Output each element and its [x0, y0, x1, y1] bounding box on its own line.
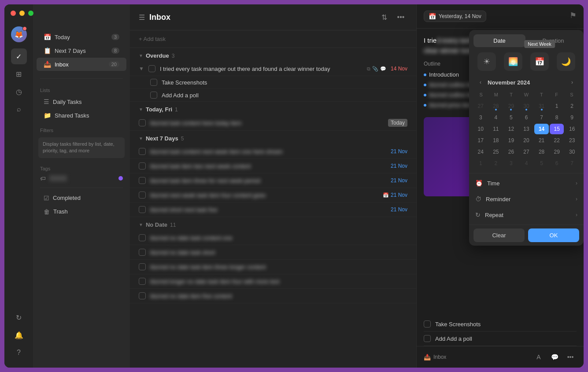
- cal-day[interactable]: 29: [504, 101, 518, 111]
- table-row[interactable]: blurred no date task content one: [130, 231, 416, 245]
- sidebar-item-inbox[interactable]: 📥 Inbox 20: [37, 58, 126, 71]
- task-checkbox-n1[interactable]: [139, 148, 146, 155]
- font-button[interactable]: A: [533, 351, 545, 363]
- search-nav-icon[interactable]: ⌕: [11, 101, 27, 117]
- add-task-bar[interactable]: + Add task: [130, 30, 416, 48]
- close-button[interactable]: [11, 11, 16, 16]
- table-row[interactable]: blurred task content here today item Tod…: [130, 115, 416, 131]
- subtask-checkbox-2[interactable]: [150, 92, 157, 99]
- grid-nav-icon[interactable]: ⊞: [11, 66, 27, 82]
- flag-button[interactable]: ⚑: [570, 11, 577, 20]
- cal-day-4[interactable]: 4: [489, 112, 503, 123]
- calendar-next-week-icon[interactable]: 📅 Next Week: [530, 52, 549, 71]
- task-checkbox[interactable]: [148, 65, 155, 72]
- cal-day-26[interactable]: 26: [504, 147, 518, 157]
- sidebar-item-trash[interactable]: 🗑 Trash: [37, 205, 126, 218]
- sidebar-item-daily-tasks[interactable]: ☰ Daily Tasks: [37, 95, 126, 108]
- cal-day-17[interactable]: 17: [473, 135, 488, 146]
- cal-day[interactable]: 27: [473, 101, 488, 111]
- cal-day[interactable]: 30: [519, 101, 534, 111]
- avatar[interactable]: 🦊: [11, 26, 27, 42]
- more-footer-button[interactable]: •••: [564, 351, 577, 363]
- cal-day-next-5[interactable]: 5: [534, 158, 549, 169]
- cal-day-19[interactable]: 19: [504, 135, 518, 146]
- comment-footer-button[interactable]: 💬: [548, 351, 561, 363]
- cal-day-next-6[interactable]: 6: [550, 158, 564, 169]
- sort-button[interactable]: ⇅: [377, 11, 391, 24]
- cal-day-6[interactable]: 6: [519, 112, 534, 123]
- cal-day[interactable]: 31: [534, 101, 549, 111]
- sidebar-item-completed[interactable]: ☑ Completed: [37, 192, 126, 205]
- cal-option-reminder[interactable]: ⏱ Reminder ›: [469, 191, 584, 207]
- clock-nav-icon[interactable]: ◷: [11, 84, 27, 99]
- cal-day-3[interactable]: 3: [473, 112, 488, 123]
- cal-day-27[interactable]: 27: [519, 147, 534, 157]
- cal-day-24[interactable]: 24: [473, 147, 488, 157]
- table-row[interactable]: blurred task content next week item one …: [130, 144, 416, 159]
- cal-next-button[interactable]: ›: [567, 77, 577, 88]
- task-checkbox-n2[interactable]: [139, 162, 146, 169]
- refresh-icon[interactable]: ↻: [11, 309, 27, 325]
- cal-day-16[interactable]: 16: [565, 124, 579, 134]
- table-row[interactable]: blurred no date task short: [130, 245, 416, 260]
- cal-day-2[interactable]: 2: [565, 101, 579, 111]
- cal-day-25[interactable]: 25: [489, 147, 503, 157]
- cal-prev-button[interactable]: ‹: [475, 77, 486, 88]
- footer-inbox[interactable]: 📥 Inbox: [424, 354, 446, 361]
- table-row[interactable]: blurred no date task item three longer c…: [130, 260, 416, 274]
- task-checkbox-n4[interactable]: [139, 192, 146, 199]
- cal-day-next-1[interactable]: 1: [473, 158, 488, 169]
- minimize-button[interactable]: [19, 11, 25, 16]
- help-icon[interactable]: ?: [11, 345, 27, 361]
- menu-icon[interactable]: ☰: [139, 13, 145, 22]
- cal-day-15-selected[interactable]: 15: [550, 124, 564, 134]
- more-options-button[interactable]: •••: [394, 11, 407, 24]
- section-overdue[interactable]: ▼ Overdue 3: [130, 48, 416, 62]
- right-subtask-checkbox-1[interactable]: [424, 320, 431, 328]
- cal-day-5[interactable]: 5: [504, 112, 518, 123]
- right-panel-date-button[interactable]: 📅 Yesterday, 14 Nov: [424, 11, 486, 22]
- cal-day-11[interactable]: 11: [489, 124, 503, 134]
- table-row[interactable]: blurred no date item five content: [130, 289, 416, 303]
- cal-day-18[interactable]: 18: [489, 135, 503, 146]
- maximize-button[interactable]: [28, 11, 33, 16]
- cal-day-10[interactable]: 10: [473, 124, 488, 134]
- sidebar-item-today[interactable]: 📅 Today 3: [37, 30, 126, 44]
- cal-day-7[interactable]: 7: [534, 112, 549, 123]
- sidebar-item-next7days[interactable]: 📋 Next 7 Days 8: [37, 44, 126, 57]
- tab-date[interactable]: Date: [473, 34, 525, 47]
- list-item[interactable]: Add Add a poll: [130, 89, 416, 102]
- cal-option-repeat[interactable]: ↻ Repeat ›: [469, 207, 584, 223]
- right-subtask-2[interactable]: Add Add a poll: [424, 331, 577, 346]
- cal-day-next-7[interactable]: 7: [565, 158, 579, 169]
- task-checkbox-nd4[interactable]: [139, 278, 146, 285]
- sunset-quick-icon[interactable]: 🌅: [504, 52, 522, 71]
- inbox-nav-icon[interactable]: ✓: [11, 48, 27, 64]
- cal-day-8[interactable]: 8: [550, 112, 564, 123]
- cal-day-22[interactable]: 22: [550, 135, 564, 146]
- task-checkbox-today[interactable]: [139, 119, 146, 126]
- cal-day-20[interactable]: 20: [519, 135, 534, 146]
- cal-day-14-today[interactable]: 14: [534, 124, 549, 134]
- cal-day-9[interactable]: 9: [565, 112, 579, 123]
- task-checkbox-nd5[interactable]: [139, 292, 146, 299]
- ok-button[interactable]: OK: [528, 228, 579, 242]
- cal-day-23[interactable]: 23: [565, 135, 579, 146]
- table-row[interactable]: blurred short next task five 21 Nov: [130, 203, 416, 217]
- cal-day-next-3[interactable]: 3: [504, 158, 518, 169]
- task-checkbox-nd2[interactable]: [139, 249, 146, 256]
- cal-day-30[interactable]: 30: [565, 147, 579, 157]
- task-checkbox-n3[interactable]: [139, 177, 146, 184]
- task-checkbox-nd3[interactable]: [139, 263, 146, 270]
- tab-duration[interactable]: Duration: [527, 34, 579, 47]
- table-row[interactable]: blurred longer no date task item four wi…: [130, 274, 416, 289]
- table-row[interactable]: blurred next week task item four content…: [130, 188, 416, 203]
- list-item[interactable]: Take Screenshots: [130, 76, 416, 89]
- table-row[interactable]: blurred task item two next week content …: [130, 159, 416, 173]
- cal-day-28[interactable]: 28: [534, 147, 549, 157]
- cal-day-13[interactable]: 13: [519, 124, 534, 134]
- task-checkbox-n5[interactable]: [139, 206, 146, 213]
- moon-quick-icon[interactable]: 🌙: [557, 52, 575, 71]
- section-next7days[interactable]: ▼ Next 7 Days 5: [130, 131, 416, 144]
- section-nodate[interactable]: ▼ No Date 11: [130, 217, 416, 231]
